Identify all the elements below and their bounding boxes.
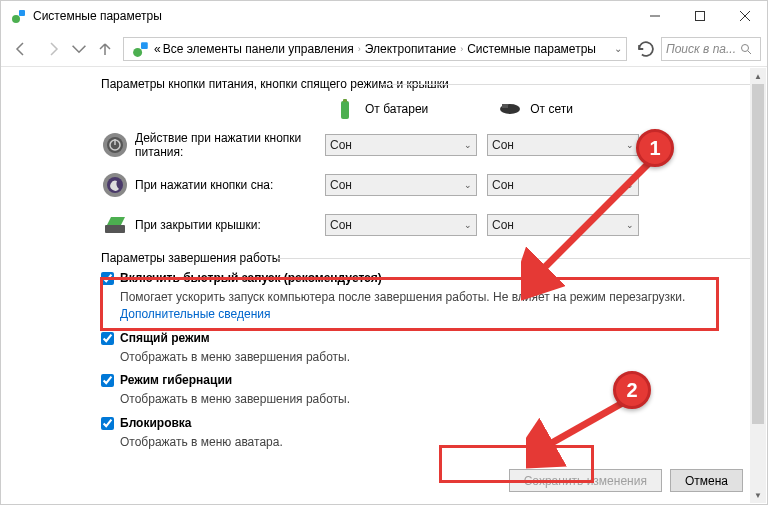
svg-rect-3 [695,12,704,21]
option-label: Блокировка [120,416,192,430]
annotation-badge: 2 [613,371,651,409]
svg-rect-11 [343,99,347,102]
minimize-button[interactable] [632,1,677,31]
option-label: Включить быстрый запуск (рекомендуется) [120,271,382,285]
chevron-right-icon: › [460,44,463,54]
recent-dropdown[interactable] [71,35,87,63]
svg-point-6 [133,47,142,56]
option-description: Помогает ускорить запуск компьютера посл… [120,289,749,323]
more-info-link[interactable]: Дополнительные сведения [120,307,270,321]
maximize-button[interactable] [677,1,722,31]
select-lid-plugged[interactable]: Сон⌄ [487,214,639,236]
search-icon [740,43,752,55]
select-lid-battery[interactable]: Сон⌄ [325,214,477,236]
back-button[interactable] [7,35,35,63]
cancel-button[interactable]: Отмена [670,469,743,492]
option-description: Отображать в меню завершения работы. [120,391,749,408]
breadcrumb-item[interactable]: Электропитание [365,42,456,56]
search-input[interactable]: Поиск в па... [661,37,761,61]
up-button[interactable] [91,35,119,63]
svg-point-0 [12,15,20,23]
breadcrumb-prefix[interactable]: « [154,42,161,56]
laptop-lid-icon [101,211,129,239]
scrollbar-thumb[interactable] [752,84,764,424]
power-button-icon [101,131,129,159]
svg-rect-13 [502,104,508,108]
chevron-down-icon[interactable]: ⌄ [614,43,622,54]
checkbox-hibernation[interactable] [101,374,114,387]
svg-rect-20 [105,225,125,233]
select-power-plugged[interactable]: Сон⌄ [487,134,639,156]
option-description: Отображать в меню аватара. [120,434,749,451]
titlebar: Системные параметры [1,1,767,31]
chevron-down-icon: ⌄ [626,220,634,230]
plug-icon [498,97,522,121]
breadcrumb[interactable]: « Все элементы панели управления › Элект… [123,37,627,61]
breadcrumb-item[interactable]: Системные параметры [467,42,596,56]
svg-point-8 [742,44,749,51]
search-placeholder: Поиск в па... [666,42,736,56]
control-panel-icon [132,40,150,58]
svg-rect-7 [141,42,148,49]
save-button[interactable]: Сохранить изменения [509,469,662,492]
svg-line-9 [748,51,751,54]
power-options-icon [11,8,27,24]
svg-rect-1 [19,10,25,16]
forward-button[interactable] [39,35,67,63]
annotation-badge: 1 [636,129,674,167]
section-title: Параметры завершения работы [101,251,749,265]
scroll-up-icon[interactable]: ▲ [750,68,766,84]
chevron-down-icon: ⌄ [464,180,472,190]
column-header-plugged: От сети [498,97,573,121]
row-label-lid: При закрытии крышки: [135,218,325,232]
column-header-battery: От батареи [333,97,428,121]
toolbar: « Все элементы панели управления › Элект… [1,31,767,67]
option-label: Режим гибернации [120,373,232,387]
option-description: Отображать в меню завершения работы. [120,349,749,366]
select-power-battery[interactable]: Сон⌄ [325,134,477,156]
battery-icon [333,97,357,121]
row-label-sleep: При нажатии кнопки сна: [135,178,325,192]
scroll-down-icon[interactable]: ▼ [750,487,766,503]
refresh-button[interactable] [635,38,657,60]
select-sleep-plugged[interactable]: Сон⌄ [487,174,639,196]
option-label: Спящий режим [120,331,210,345]
chevron-down-icon: ⌄ [626,140,634,150]
svg-rect-10 [341,101,349,119]
close-button[interactable] [722,1,767,31]
vertical-scrollbar[interactable]: ▲ ▼ [750,68,766,503]
checkbox-fast-startup[interactable] [101,272,114,285]
breadcrumb-item[interactable]: Все элементы панели управления [163,42,354,56]
chevron-down-icon: ⌄ [626,180,634,190]
select-sleep-battery[interactable]: Сон⌄ [325,174,477,196]
section-title: Параметры кнопки питания, кнопки спящего… [101,77,749,91]
chevron-down-icon: ⌄ [464,140,472,150]
chevron-down-icon: ⌄ [464,220,472,230]
chevron-right-icon: › [358,44,361,54]
sleep-button-icon [101,171,129,199]
row-label-power: Действие при нажатии кнопки питания: [135,131,325,159]
window-title: Системные параметры [33,9,632,23]
checkbox-lock[interactable] [101,417,114,430]
checkbox-sleep-mode[interactable] [101,332,114,345]
